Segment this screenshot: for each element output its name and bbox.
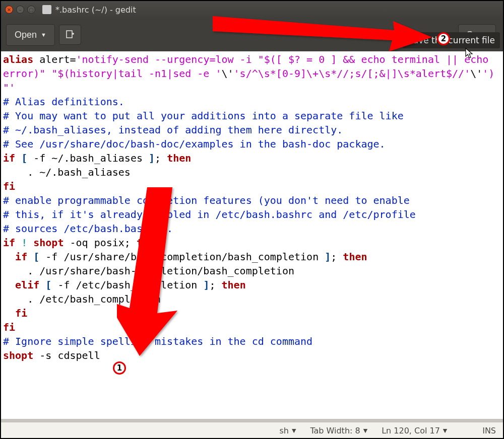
insert-mode-label: INS [482,426,496,435]
syntax-selector[interactable]: sh ▼ [272,426,303,435]
annotation-arrow-1 [117,187,198,358]
annotation-badge-1: 1 [113,361,126,375]
mouse-cursor-icon [465,47,475,59]
window-controls: ✕ – ▢ [5,6,35,14]
svg-marker-1 [213,16,432,51]
cursor-position[interactable]: Ln 120, Col 17 ▼ [374,426,475,435]
window-minimize-button[interactable]: – [16,6,24,14]
svg-rect-0 [67,31,72,38]
text-editor-area[interactable]: alias alert='notify-send --urgency=low -… [1,51,503,419]
chevron-down-icon: ▼ [41,32,46,38]
chevron-down-icon: ▼ [363,427,367,434]
svg-marker-2 [117,187,177,356]
app-icon [42,5,51,14]
annotation-badge-2: 2 [437,32,450,45]
tab-width-selector[interactable]: Tab Width: 8 ▼ [303,426,374,435]
window-close-button[interactable]: ✕ [5,6,13,14]
window-title: *.bashrc (~/) - gedit [55,5,136,15]
syntax-label: sh [279,426,288,435]
new-tab-button[interactable] [59,25,81,45]
statusbar: sh ▼ Tab Width: 8 ▼ Ln 120, Col 17 ▼ INS [1,422,503,439]
open-button[interactable]: Open ▼ [6,24,55,46]
tab-width-label: Tab Width: 8 [310,426,360,435]
cursor-position-label: Ln 120, Col 17 [382,426,440,435]
annotation-arrow-2 [213,6,434,51]
window-maximize-button[interactable]: ▢ [27,6,35,14]
chevron-down-icon: ▼ [292,427,296,434]
chevron-down-icon: ▼ [443,427,447,434]
new-document-icon [66,30,75,39]
open-button-label: Open [15,30,37,40]
insert-mode[interactable]: INS [475,426,503,435]
